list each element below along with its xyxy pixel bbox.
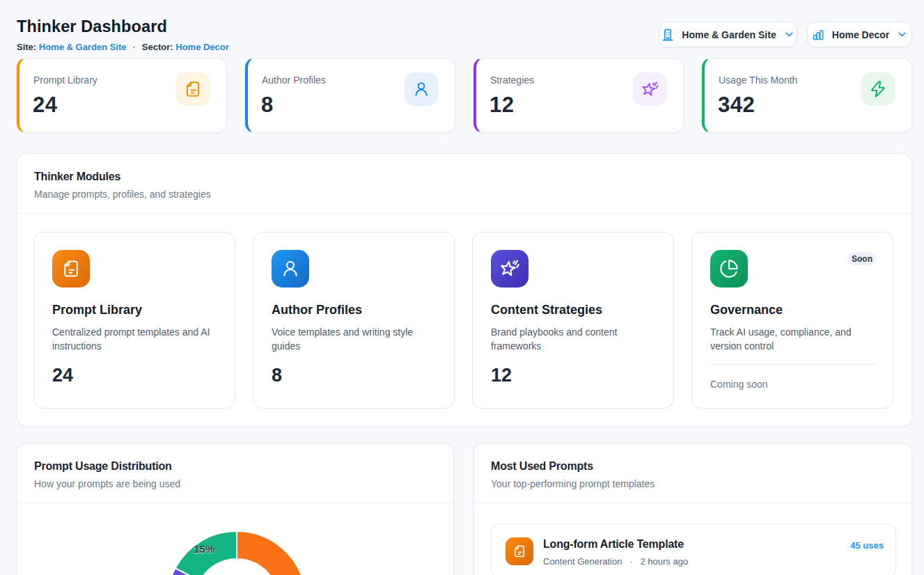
svg-text:15%: 15% [194, 543, 214, 555]
